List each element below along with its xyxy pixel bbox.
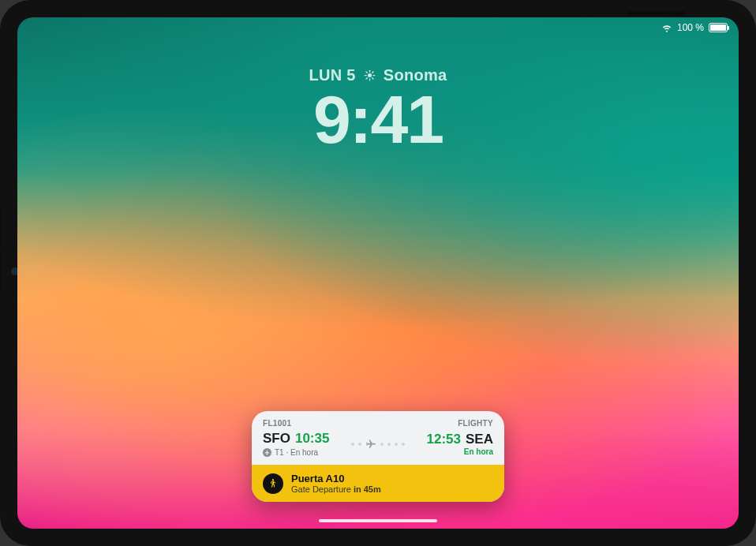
- origin-code: SFO: [263, 431, 290, 447]
- live-activity-main[interactable]: FL1001 FLIGHTY SFO 10:35 T1 · En: [252, 411, 504, 465]
- svg-line-5: [366, 72, 367, 73]
- svg-line-7: [366, 78, 367, 79]
- battery-percent: 100 %: [677, 22, 704, 33]
- weather-sun-icon: [364, 69, 376, 81]
- svg-point-0: [368, 73, 372, 77]
- destination-status: En hora: [464, 447, 493, 456]
- live-activity-card[interactable]: FL1001 FLIGHTY SFO 10:35 T1 · En: [252, 411, 504, 502]
- destination-segment: 12:53 SEA En hora: [427, 432, 493, 456]
- walk-icon: [263, 473, 283, 494]
- origin-status: T1 · En hora: [275, 448, 318, 457]
- flight-number: FL1001: [263, 419, 291, 428]
- svg-line-6: [372, 78, 372, 79]
- volume-down-button: [0, 254, 2, 289]
- power-button: [628, 11, 685, 16]
- destination-code: SEA: [466, 432, 493, 447]
- lock-screen-time: 9:41: [17, 80, 739, 159]
- volume-up-button: [0, 210, 2, 245]
- origin-segment: SFO 10:35 T1 · En hora: [263, 431, 329, 457]
- destination-time: 12:53: [427, 432, 461, 447]
- flight-path: [335, 439, 420, 450]
- gate-subtitle: Gate Departure in 45m: [291, 484, 381, 494]
- lock-screen[interactable]: 100 % LUN 5 Sonoma 9:41 FL10: [17, 17, 739, 529]
- live-activity-gate[interactable]: Puerta A10 Gate Departure in 45m: [252, 465, 504, 502]
- app-name: FLIGHTY: [458, 419, 493, 428]
- status-bar: 100 %: [661, 22, 728, 33]
- home-indicator[interactable]: [319, 519, 437, 522]
- ipad-device: 100 % LUN 5 Sonoma 9:41 FL10: [0, 0, 756, 546]
- gate-title: Puerta A10: [291, 473, 381, 484]
- svg-line-8: [372, 72, 372, 73]
- origin-time: 10:35: [295, 431, 329, 447]
- wifi-icon: [661, 22, 672, 33]
- plane-icon: [365, 439, 376, 450]
- terminal-icon: [263, 448, 271, 457]
- battery-icon: [709, 23, 728, 32]
